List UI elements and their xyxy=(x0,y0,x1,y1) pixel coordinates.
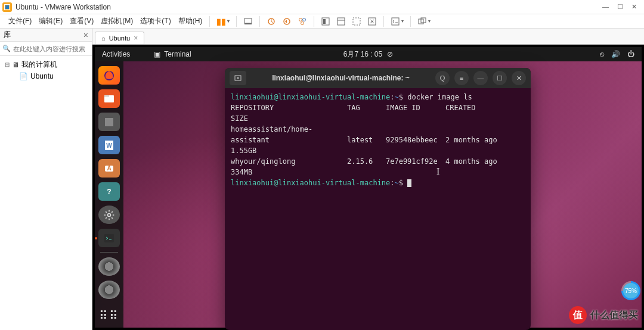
terminal-window[interactable]: linxiaohui@linxiaohui-virtual-machine: ~… xyxy=(225,68,531,330)
separator xyxy=(209,16,210,27)
network-icon[interactable]: ⎋ xyxy=(600,50,604,58)
tab-ubuntu[interactable]: ⌂ Ubuntu × xyxy=(95,32,144,44)
dock-show-apps-icon[interactable]: ⠿⠿ xyxy=(99,309,119,328)
svg-point-6 xyxy=(299,18,302,21)
svg-point-28 xyxy=(108,213,111,216)
clock[interactable]: 6月7 16 : 05 ⊘ xyxy=(343,49,393,60)
terminal-new-tab-button[interactable] xyxy=(230,71,246,85)
tree-item-ubuntu[interactable]: 📄 Ubuntu xyxy=(17,71,89,82)
terminal-close-button[interactable]: ✕ xyxy=(512,71,526,85)
svg-rect-2 xyxy=(244,18,252,23)
vm-icon: 📄 xyxy=(19,72,28,80)
terminal-icon: ▣ xyxy=(154,50,160,58)
library-title: 库 xyxy=(4,30,11,40)
maximize-button[interactable]: ☐ xyxy=(617,3,623,11)
separator xyxy=(410,16,411,27)
library-panel: 库 × 🔍 ▾ ⊟ 🖥 我的计算机 📄 Ubuntu xyxy=(0,29,92,330)
snapshot-icon[interactable] xyxy=(264,17,279,26)
dock-help-icon[interactable]: ? xyxy=(98,182,120,201)
dock-writer-icon[interactable]: W xyxy=(98,136,120,154)
dock-firefox-icon[interactable] xyxy=(98,66,120,85)
menu-tabs[interactable]: 选项卡(T) xyxy=(137,16,174,26)
library-search[interactable]: 🔍 ▾ xyxy=(0,42,92,56)
computer-icon: 🖥 xyxy=(12,61,19,69)
watermark-text: 什么值得买 xyxy=(590,309,638,322)
tab-bar: ⌂ Ubuntu × xyxy=(92,29,644,44)
terminal-minimize-button[interactable]: — xyxy=(473,71,488,85)
active-app-indicator[interactable]: ▣ Terminal xyxy=(154,50,191,58)
svg-point-8 xyxy=(301,21,304,24)
tree-root-my-computer[interactable]: ⊟ 🖥 我的计算机 xyxy=(2,58,89,71)
vm-display[interactable]: Activities ▣ Terminal 6月7 16 : 05 ⊘ ⎋ 🔊 … xyxy=(92,44,644,330)
svg-text:W: W xyxy=(106,142,112,149)
svg-rect-21 xyxy=(105,118,113,126)
volume-icon[interactable]: 🔊 xyxy=(611,50,620,58)
watermark-badge: 值 xyxy=(569,306,587,324)
menu-edit[interactable]: 编辑(E) xyxy=(35,16,66,26)
search-icon: 🔍 xyxy=(2,45,11,52)
tree-root-label: 我的计算机 xyxy=(21,60,57,70)
dock-app-icon[interactable] xyxy=(98,113,120,131)
menu-vm[interactable]: 虚拟机(M) xyxy=(97,16,137,26)
dock-disk-icon[interactable] xyxy=(98,281,120,299)
separator xyxy=(383,16,384,27)
quick-switch-icon[interactable]: ▾ xyxy=(414,17,434,26)
terminal-prompt-line: linxiaohui@linxiaohui-virtual-machine:~$ xyxy=(231,178,525,188)
dock-files-icon[interactable] xyxy=(98,89,120,108)
vmware-app-icon xyxy=(2,2,12,12)
window-title: Ubuntu - VMware Workstation xyxy=(16,3,602,11)
terminal-title: linxiaohui@linxiaohui-virtual-machine: ~ xyxy=(251,74,431,82)
terminal-search-button[interactable]: Q xyxy=(435,71,450,85)
menu-view[interactable]: 查看(V) xyxy=(66,16,97,26)
svg-text:A: A xyxy=(107,165,111,172)
minimize-button[interactable]: — xyxy=(602,3,609,11)
terminal-line: linxiaohui@linxiaohui-virtual-machine:~$… xyxy=(231,92,525,102)
notification-icon: ⊘ xyxy=(387,50,393,58)
console-view-icon[interactable] xyxy=(349,17,364,26)
ubuntu-dock: W A ? ⠿⠿ xyxy=(95,61,123,328)
collapse-icon[interactable]: ⊟ xyxy=(5,61,12,68)
search-input[interactable] xyxy=(13,45,95,52)
fullscreen-icon[interactable] xyxy=(318,17,333,26)
stretch-icon[interactable] xyxy=(364,17,380,26)
svg-rect-29 xyxy=(104,234,114,242)
svg-rect-10 xyxy=(323,19,326,24)
svg-rect-20 xyxy=(104,95,109,97)
svg-rect-1 xyxy=(5,5,9,9)
watermark: 值 什么值得买 xyxy=(569,306,638,324)
terminal-titlebar[interactable]: linxiaohui@linxiaohui-virtual-machine: ~… xyxy=(225,68,531,88)
menu-bar: 文件(F) 编辑(E) 查看(V) 虚拟机(M) 选项卡(T) 帮助(H) ▮▮… xyxy=(0,14,644,29)
table-row: whyour/qinglong2.15.67e7e991cf92e4 month… xyxy=(231,156,525,178)
ubuntu-top-bar: Activities ▣ Terminal 6月7 16 : 05 ⊘ ⎋ 🔊 … xyxy=(95,47,642,61)
tab-label: Ubuntu xyxy=(109,35,130,42)
unity-icon[interactable] xyxy=(333,17,349,26)
window-title-bar: Ubuntu - VMware Workstation — ☐ ✕ xyxy=(0,0,644,14)
activities-button[interactable]: Activities xyxy=(102,50,130,58)
svg-rect-3 xyxy=(244,23,252,24)
terminal-maximize-button[interactable]: ☐ xyxy=(493,71,507,85)
svg-rect-15 xyxy=(392,18,399,25)
dock-settings-icon[interactable] xyxy=(98,206,120,224)
progress-indicator[interactable]: 75% xyxy=(621,281,640,300)
text-cursor-icon: I xyxy=(436,166,439,177)
separator xyxy=(236,16,237,27)
pause-vm-button[interactable]: ▮▮▾ xyxy=(213,17,233,26)
menu-file[interactable]: 文件(F) xyxy=(5,16,35,26)
dock-terminal-icon[interactable] xyxy=(98,229,120,247)
terminal-body[interactable]: linxiaohui@linxiaohui-virtual-machine:~$… xyxy=(225,88,531,330)
terminal-menu-button[interactable]: ≡ xyxy=(454,71,469,85)
table-row: homeassistant/home-assistantlatest929548… xyxy=(231,124,525,156)
terminal-header-row: REPOSITORYTAGIMAGE IDCREATEDSIZE xyxy=(231,102,525,124)
console-icon[interactable]: ▾ xyxy=(388,17,407,26)
tab-close-button[interactable]: × xyxy=(134,34,138,42)
snapshot-manager-icon[interactable] xyxy=(295,17,310,26)
library-close-button[interactable]: × xyxy=(83,30,88,40)
dock-software-icon[interactable]: A xyxy=(98,159,120,178)
close-button[interactable]: ✕ xyxy=(631,3,637,11)
separator xyxy=(314,16,314,27)
dock-disk-icon[interactable] xyxy=(98,257,120,276)
send-ctrl-alt-del-icon[interactable] xyxy=(240,17,256,26)
snapshot-revert-icon[interactable] xyxy=(279,17,295,26)
menu-help[interactable]: 帮助(H) xyxy=(175,16,206,26)
power-icon[interactable]: ⏻ xyxy=(627,50,634,58)
